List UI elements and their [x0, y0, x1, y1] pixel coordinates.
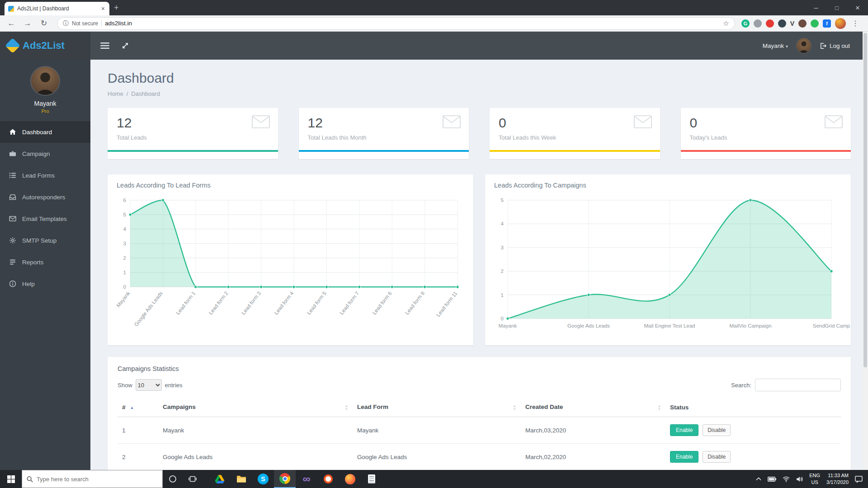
- column-header-status[interactable]: Status: [665, 398, 841, 417]
- browser-menu-icon[interactable]: ⋮: [850, 19, 861, 28]
- taskbar-search-input[interactable]: [37, 476, 158, 483]
- task-view-button[interactable]: [183, 470, 203, 488]
- page-title: Dashboard: [108, 70, 851, 86]
- page-size-control: Show 10 entries: [118, 379, 183, 391]
- facebook-extension-icon[interactable]: f: [823, 19, 831, 28]
- app-logo[interactable]: Ads2List: [0, 32, 90, 60]
- stat-card-todays-leads: 0 Today's Leads: [681, 108, 851, 159]
- chrome-app[interactable]: [274, 470, 296, 488]
- column-header-num[interactable]: #▲: [118, 398, 158, 417]
- notes-app[interactable]: [361, 470, 382, 488]
- disable-button[interactable]: Disable: [703, 451, 731, 463]
- tray-expand-icon[interactable]: [756, 477, 761, 481]
- stat-label: Total Leads: [117, 134, 269, 141]
- user-menu[interactable]: Mayank▾: [763, 42, 788, 49]
- clock[interactable]: 11:33 AM 3/17/2020: [826, 472, 849, 486]
- campaigns-table: #▲ Campaigns▲▼ Lead Form▲▼ Created Date▲…: [118, 398, 841, 470]
- address-bar[interactable]: ⓘ Not secure ads2list.in ☆: [57, 17, 735, 30]
- grammarly-extension-icon[interactable]: G: [741, 19, 750, 28]
- ublock-extension-icon[interactable]: [778, 19, 786, 28]
- stat-label: Total Leads this Week: [499, 134, 651, 141]
- opera-app[interactable]: [317, 470, 339, 488]
- folder-icon: [236, 475, 246, 483]
- page-size-select[interactable]: 10: [136, 379, 162, 391]
- browser-profile-avatar[interactable]: [835, 18, 846, 29]
- sidebar-item-dashboard[interactable]: Dashboard: [0, 121, 90, 143]
- sidebar-item-campaign[interactable]: Campaign: [0, 143, 90, 164]
- bookmark-star-icon[interactable]: ☆: [723, 19, 729, 28]
- svg-text:3: 3: [501, 245, 504, 250]
- file-explorer-app[interactable]: [231, 470, 252, 488]
- profile-avatar[interactable]: [30, 66, 60, 96]
- ads2list-logo-icon: [5, 38, 20, 53]
- window-controls: ─ □ ✕: [806, 0, 868, 15]
- start-button[interactable]: [0, 470, 22, 488]
- battery-icon[interactable]: [768, 477, 776, 482]
- new-tab-button[interactable]: +: [114, 3, 119, 13]
- list-icon: [9, 172, 16, 179]
- v-extension-icon[interactable]: V: [790, 20, 794, 27]
- disable-button[interactable]: Disable: [703, 424, 731, 436]
- refresh-button[interactable]: ↻: [37, 19, 51, 28]
- sidebar-item-help[interactable]: Help: [0, 273, 90, 295]
- google-drive-app[interactable]: [209, 470, 231, 488]
- screen: Ads2List | Dashboard × + ─ □ ✕ ← → ↻ ⓘ N…: [0, 0, 868, 488]
- table-row: 1 Mayank Mayank March,03,2020 Enable Dis…: [118, 417, 841, 444]
- svg-text:5: 5: [123, 212, 126, 217]
- sidebar: Mayank Pro Dashboard Campaign Lead Forms…: [0, 60, 90, 470]
- cortana-icon: [169, 475, 177, 483]
- window-close-button[interactable]: ✕: [847, 0, 868, 15]
- stat-value: 0: [690, 115, 842, 131]
- window-minimize-button[interactable]: ─: [806, 0, 826, 15]
- stat-color-bar: [299, 150, 469, 152]
- notification-center-icon[interactable]: [855, 475, 863, 483]
- column-header-campaigns[interactable]: Campaigns▲▼: [158, 398, 353, 417]
- volume-icon[interactable]: [796, 476, 803, 482]
- cortana-button[interactable]: [163, 470, 183, 488]
- page-scrollbar[interactable]: [863, 32, 868, 470]
- sidebar-item-autoresponders[interactable]: Autoresponders: [0, 186, 90, 208]
- brown-extension-icon[interactable]: [798, 19, 807, 28]
- fullscreen-icon[interactable]: [121, 42, 129, 50]
- scrollbar-thumb[interactable]: [863, 33, 867, 367]
- enable-button[interactable]: Enable: [670, 451, 698, 463]
- column-header-lead-form[interactable]: Lead Form▲▼: [353, 398, 521, 417]
- chrome-icon: [279, 473, 290, 484]
- svg-text:Mayank: Mayank: [499, 323, 517, 328]
- back-button[interactable]: ←: [5, 19, 18, 28]
- firefox-app[interactable]: [339, 470, 361, 488]
- svg-text:Lead form 4: Lead form 4: [273, 290, 295, 315]
- enable-button[interactable]: Enable: [670, 424, 698, 436]
- cell-created-date: March,03,2020: [521, 417, 665, 444]
- visual-studio-app[interactable]: ∞: [296, 470, 317, 488]
- sidebar-item-email-templates[interactable]: Email Templates: [0, 208, 90, 230]
- svg-text:3: 3: [123, 241, 126, 246]
- evernote-extension-icon[interactable]: [811, 19, 819, 28]
- logout-button[interactable]: Log out: [820, 42, 850, 49]
- page-info-icon[interactable]: ⓘ: [63, 19, 69, 28]
- skype-app[interactable]: S: [252, 470, 274, 488]
- header-avatar[interactable]: [796, 38, 811, 53]
- browser-toolbar: ← → ↻ ⓘ Not secure ads2list.in ☆ G V f ⋮: [0, 15, 868, 32]
- sidebar-item-reports[interactable]: Reports: [0, 251, 90, 273]
- column-header-created-date[interactable]: Created Date▲▼: [521, 398, 665, 417]
- taskbar-apps: S ∞: [209, 470, 382, 488]
- screenshot-extension-icon[interactable]: [754, 19, 762, 28]
- language-indicator[interactable]: ENG US: [809, 472, 820, 486]
- skype-icon: S: [258, 474, 269, 484]
- google-drive-icon: [215, 474, 225, 483]
- system-tray: ENG US 11:33 AM 3/17/2020: [750, 470, 868, 488]
- taskbar-search-box[interactable]: [22, 470, 163, 488]
- tab-close-icon[interactable]: ×: [100, 5, 106, 12]
- svg-text:6: 6: [123, 197, 126, 203]
- window-maximize-button[interactable]: □: [826, 0, 847, 15]
- wifi-icon[interactable]: [783, 476, 790, 482]
- forward-button[interactable]: →: [21, 19, 34, 28]
- table-search-input[interactable]: [755, 379, 841, 391]
- sidebar-item-lead-forms[interactable]: Lead Forms: [0, 164, 90, 186]
- adblock-extension-icon[interactable]: [766, 19, 774, 28]
- sidebar-toggle-icon[interactable]: [100, 42, 109, 49]
- breadcrumb-home[interactable]: Home: [108, 90, 123, 97]
- browser-tab[interactable]: Ads2List | Dashboard ×: [5, 2, 109, 15]
- sidebar-item-smtp-setup[interactable]: SMTP Setup: [0, 230, 90, 251]
